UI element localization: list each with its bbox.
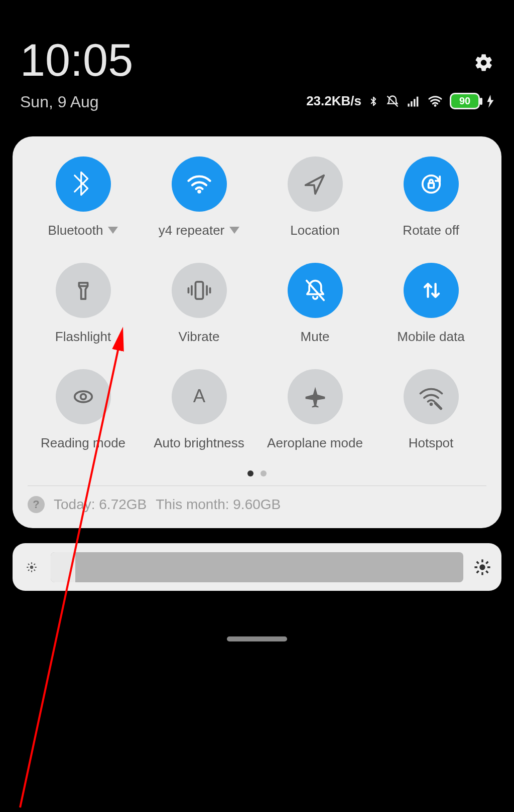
location-toggle[interactable]	[288, 156, 343, 212]
tile-location[interactable]: Location	[260, 156, 370, 238]
svg-rect-0	[408, 103, 410, 106]
status-header: 10:05 Sun, 9 Aug 23.2KB/s 90	[0, 0, 514, 121]
divider	[28, 485, 486, 486]
tile-flashlight[interactable]: Flashlight	[28, 263, 139, 344]
brightness-high-icon	[473, 558, 491, 576]
tile-label: Auto brightness	[154, 435, 244, 451]
tile-label-row: Reading mode	[41, 435, 125, 450]
tile-label: Mobile data	[397, 329, 464, 345]
rotate-lock-icon	[417, 170, 445, 198]
tile-bluetooth[interactable]: Bluetooth	[28, 156, 139, 238]
svg-rect-9	[195, 282, 203, 299]
tile-label: Location	[290, 223, 339, 238]
svg-point-19	[30, 565, 34, 569]
auto-bright-icon: A	[185, 383, 213, 411]
svg-line-26	[28, 569, 29, 570]
expand-chevron-icon[interactable]	[229, 227, 239, 234]
svg-point-28	[479, 564, 485, 570]
tile-label-row: Vibrate	[179, 329, 220, 344]
tile-label: Bluetooth	[48, 223, 103, 238]
tile-label: Vibrate	[179, 329, 220, 345]
tile-label: Rotate off	[403, 223, 459, 238]
tile-hotspot[interactable]: Hotspot	[375, 369, 486, 450]
tile-label-row: Mobile data	[397, 329, 464, 344]
battery-indicator: 90	[450, 93, 480, 109]
bluetooth-icon	[368, 94, 378, 108]
tile-label-row: Bluetooth	[48, 223, 118, 238]
help-icon: ?	[28, 496, 45, 513]
reading-toggle[interactable]	[56, 369, 111, 424]
bluetooth-toggle[interactable]	[56, 156, 111, 212]
svg-line-24	[28, 564, 29, 565]
svg-line-33	[477, 561, 479, 563]
rotate-lock-toggle[interactable]	[404, 156, 459, 212]
flashlight-toggle[interactable]	[56, 263, 111, 318]
vibrate-toggle[interactable]	[172, 263, 227, 318]
brightness-low-icon	[23, 558, 41, 576]
tile-label-row: Flashlight	[55, 329, 111, 344]
tile-label: Hotspot	[409, 435, 454, 451]
tile-label-row: Location	[290, 223, 339, 238]
svg-point-15	[74, 391, 91, 402]
expand-chevron-icon[interactable]	[108, 227, 118, 234]
tile-label-row: Aeroplane mode	[267, 435, 363, 450]
reading-icon	[69, 383, 97, 411]
svg-line-25	[34, 569, 35, 570]
home-indicator[interactable]	[227, 636, 287, 641]
data-usage-row[interactable]: ? Today: 6.72GB This month: 9.60GB	[28, 496, 486, 513]
tile-label-row: Mute	[301, 329, 330, 344]
mobile-data-icon	[417, 276, 445, 304]
tile-wifi[interactable]: y4 repeater	[144, 156, 254, 238]
net-speed: 23.2KB/s	[306, 93, 361, 109]
charging-icon	[487, 95, 494, 108]
vibrate-icon	[185, 276, 213, 304]
tile-label: Flashlight	[55, 329, 111, 345]
header-left: 10:05 Sun, 9 Aug	[20, 38, 133, 111]
hotspot-icon	[417, 383, 445, 411]
tile-airplane[interactable]: Aeroplane mode	[260, 369, 370, 450]
tile-label-row: Hotspot	[409, 435, 454, 450]
airplane-icon	[301, 383, 329, 411]
auto-bright-toggle[interactable]: A	[172, 369, 227, 424]
tile-label: Reading mode	[41, 435, 125, 451]
tile-label-row: Auto brightness	[154, 435, 244, 450]
bluetooth-icon	[69, 170, 97, 198]
settings-button[interactable]	[474, 53, 494, 73]
clock-time: 10:05	[20, 38, 133, 83]
signal-icon	[407, 95, 421, 107]
mute-toggle[interactable]	[288, 263, 343, 318]
page-dot-2[interactable]	[261, 470, 267, 476]
svg-rect-1	[411, 101, 413, 107]
svg-text:A: A	[193, 386, 205, 406]
clock-date: Sun, 9 Aug	[20, 93, 133, 111]
svg-line-36	[486, 561, 488, 563]
svg-line-34	[486, 571, 488, 573]
usage-month: This month: 9.60GB	[156, 497, 281, 513]
svg-point-16	[80, 394, 86, 400]
airplane-toggle[interactable]	[288, 369, 343, 424]
tile-label-row: Rotate off	[403, 223, 459, 238]
flashlight-icon	[69, 276, 97, 304]
tile-label-row: y4 repeater	[159, 223, 240, 238]
tile-mute[interactable]: Mute	[260, 263, 370, 344]
brightness-track[interactable]	[51, 552, 463, 582]
page-indicator[interactable]	[28, 470, 486, 476]
tile-auto-bright[interactable]: AAuto brightness	[144, 369, 254, 450]
location-icon	[301, 170, 329, 198]
svg-line-35	[477, 571, 479, 573]
tiles-grid: Bluetoothy4 repeaterLocationRotate offFl…	[28, 156, 486, 450]
svg-rect-2	[414, 99, 416, 106]
tile-rotate-lock[interactable]: Rotate off	[375, 156, 486, 238]
wifi-toggle[interactable]	[172, 156, 227, 212]
mobile-data-toggle[interactable]	[404, 263, 459, 318]
header-right: 23.2KB/s 90	[306, 38, 494, 109]
hotspot-toggle[interactable]	[404, 369, 459, 424]
mute-icon	[301, 276, 329, 304]
wifi-icon	[185, 170, 213, 198]
gear-icon	[474, 53, 494, 73]
tile-mobile-data[interactable]: Mobile data	[375, 263, 486, 344]
tile-vibrate[interactable]: Vibrate	[144, 263, 254, 344]
brightness-slider[interactable]	[13, 543, 501, 591]
page-dot-1[interactable]	[247, 470, 253, 476]
tile-reading[interactable]: Reading mode	[28, 369, 139, 450]
